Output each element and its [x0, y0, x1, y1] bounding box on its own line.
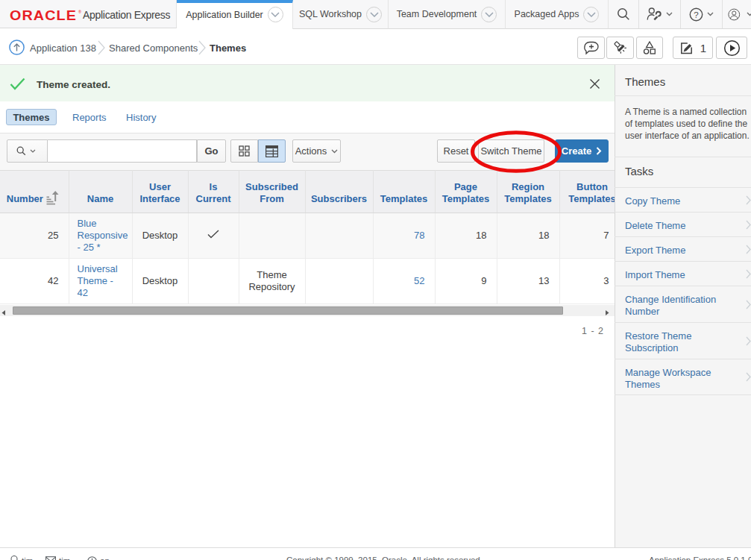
svg-text:?: ? [694, 10, 698, 19]
svg-text:®: ® [78, 10, 81, 14]
svg-text:ORACLE: ORACLE [10, 8, 77, 22]
